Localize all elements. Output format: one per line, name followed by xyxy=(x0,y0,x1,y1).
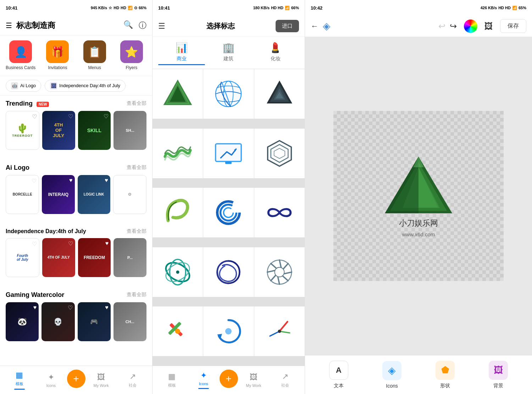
heart-gamer2[interactable]: ♡ xyxy=(68,304,73,311)
info-icon[interactable]: ⓘ xyxy=(139,20,146,31)
heart-gamer3[interactable]: ♥ xyxy=(105,304,109,311)
p2-tab-cosmetics[interactable]: 💄 化妆 xyxy=(252,37,299,69)
search-icon[interactable]: 🔍 xyxy=(123,20,133,31)
p3-redo-icon[interactable]: ↪ xyxy=(450,21,457,31)
tool-text[interactable]: A 文本 xyxy=(312,361,365,389)
logo-arrow-screen xyxy=(212,137,244,169)
time-2: 10:41 xyxy=(158,5,170,11)
category-label-business: Business Cards xyxy=(6,65,35,71)
tool-background[interactable]: 🖼 背景 xyxy=(472,361,525,389)
card-gamer1[interactable]: ♥ 🐼 xyxy=(6,302,39,341)
p2-import-button[interactable]: 进口 xyxy=(276,20,299,32)
p1-add-button[interactable]: + xyxy=(67,370,85,388)
p1-tab-icons[interactable]: ✦ Icons xyxy=(35,373,67,388)
logo-cell-6[interactable] xyxy=(254,129,305,178)
p1-tab-mywork[interactable]: 🖼 My Work xyxy=(85,373,117,388)
menu-icon[interactable]: ☰ xyxy=(6,21,12,30)
social-tab-icon: ↗ xyxy=(129,372,136,381)
card-4th-july[interactable]: ♡ 4THOFJULY xyxy=(42,111,75,150)
logo-cell-14[interactable] xyxy=(203,306,254,356)
svg-line-40 xyxy=(270,331,279,336)
logo-cell-15[interactable] xyxy=(254,306,305,356)
card-borcelle[interactable]: ♡ BORCELLE xyxy=(6,175,39,214)
logo-tools-orange xyxy=(162,315,194,347)
heart-4th-red[interactable]: ♡ xyxy=(68,240,73,247)
p2-icons-label: Icons xyxy=(199,382,208,386)
p2-add-button[interactable]: + xyxy=(220,370,238,388)
logo-cell-8[interactable] xyxy=(203,188,254,237)
card-partial1[interactable]: SH... xyxy=(113,111,146,150)
status-icons-3: 426 KB/s HD HD 📶 65% xyxy=(481,6,526,10)
logo-cell-7[interactable] xyxy=(153,188,203,237)
p2-tab-mywork[interactable]: 🖼 My Work xyxy=(238,373,270,388)
card-4th-red[interactable]: ♡ 4TH OF JULY xyxy=(42,238,75,277)
category-invitations[interactable]: 🎁 Invitations xyxy=(43,40,72,71)
card-treeroot[interactable]: ♡ 🌵 TREEROOT xyxy=(6,111,39,150)
logo-hexagon xyxy=(264,137,295,169)
card-gamer2[interactable]: ♡ 💀 xyxy=(41,302,74,341)
p3-color-wheel[interactable] xyxy=(464,19,477,33)
tag-independence[interactable]: 🎆 Independence Day:4th of July xyxy=(45,80,126,92)
p2-tab-architecture[interactable]: 🏢 建筑 xyxy=(205,37,252,69)
p3-layers-icon[interactable]: ◈ xyxy=(323,20,331,32)
heart-skill[interactable]: ♡ xyxy=(104,113,109,120)
category-icon-flyers: ⭐ xyxy=(120,40,143,63)
category-menus[interactable]: 📋 Menus xyxy=(80,40,110,71)
heart-freedom[interactable]: ♥ xyxy=(105,240,109,247)
heart-4th-july[interactable]: ♡ xyxy=(68,113,73,120)
independence-view-all[interactable]: 查看全部 xyxy=(127,228,146,235)
card-fourth[interactable]: ♡ Fourthof July xyxy=(6,238,39,277)
logo-cell-9[interactable] xyxy=(254,188,305,237)
heart-logic-link[interactable]: ♥ xyxy=(105,177,108,184)
card-interaiq[interactable]: ♥ INTERAIQ xyxy=(42,175,74,214)
logo-cell-13[interactable] xyxy=(153,306,203,356)
logo-cell-5[interactable] xyxy=(203,129,254,178)
ai-view-all[interactable]: 查看全部 xyxy=(127,164,146,171)
p3-canvas-area[interactable]: 小刀娱乐网 www.x6d.com xyxy=(305,37,532,355)
logo-cell-11[interactable] xyxy=(203,247,254,297)
heart-interaiq[interactable]: ♥ xyxy=(69,177,73,184)
heart-borcelle[interactable]: ♡ xyxy=(32,178,37,184)
logo-cell-3[interactable] xyxy=(254,69,305,119)
p2-tab-icons[interactable]: ✦ Icons xyxy=(188,371,219,389)
card-skill[interactable]: ♡ SKILL xyxy=(78,111,111,150)
p2-tab-templates[interactable]: ▦ 模板 xyxy=(156,372,188,388)
logo-cell-12[interactable] xyxy=(254,247,305,297)
svg-point-42 xyxy=(278,330,281,333)
p2-tab-social[interactable]: ↗ 社会 xyxy=(270,372,301,388)
p3-undo-icon[interactable]: ↩ xyxy=(438,21,445,31)
p1-tab-templates[interactable]: ▦ 模板 xyxy=(4,371,35,390)
p1-tab-social[interactable]: ↗ 社会 xyxy=(117,372,149,388)
heart-fourth[interactable]: ♡ xyxy=(32,241,37,247)
mywork-tab-icon: 🖼 xyxy=(97,373,105,382)
icons-tab-icon: ✦ xyxy=(48,373,54,382)
p2-menu-icon[interactable]: ☰ xyxy=(158,22,165,31)
card-gamer3[interactable]: ♥ 🎮 xyxy=(78,302,111,341)
logo-cell-2[interactable] xyxy=(203,69,254,119)
p3-back-button[interactable]: ← xyxy=(311,22,318,31)
p2-mywork-icon: 🖼 xyxy=(250,373,257,382)
p3-share-icon[interactable]: 🖼 xyxy=(484,21,493,31)
card-circle[interactable]: ⊙ xyxy=(113,175,146,214)
gaming-view-all[interactable]: 查看全部 xyxy=(127,292,146,298)
section-independence-header: Independence Day:4th of July 查看全部 xyxy=(6,228,146,235)
category-flyers[interactable]: ⭐ Flyers xyxy=(117,40,146,71)
category-business-cards[interactable]: 👤 Business Cards xyxy=(6,40,35,71)
card-logic-link[interactable]: ♥ LOGIC LINK xyxy=(78,175,110,214)
logo-cell-4[interactable] xyxy=(153,129,203,178)
tool-icons[interactable]: ◈ Icons xyxy=(365,361,419,389)
card-freedom[interactable]: ♥ FREEDOM xyxy=(78,238,111,277)
trending-view-all[interactable]: 查看全部 xyxy=(127,100,146,107)
heart-treeroot[interactable]: ♡ xyxy=(32,113,37,120)
logo-cell-10[interactable] xyxy=(153,247,203,297)
p2-tab-business[interactable]: 📊 商业 xyxy=(158,37,205,69)
p3-save-button[interactable]: 保存 xyxy=(500,19,526,33)
logo-cell-1[interactable] xyxy=(153,69,203,119)
tag-ai-logo[interactable]: 🤖 Ai Logo xyxy=(6,80,41,92)
card-partial3[interactable]: CH... xyxy=(113,302,146,341)
tool-shapes[interactable]: ⬟ 形状 xyxy=(419,361,472,389)
heart-gamer1[interactable]: ♥ xyxy=(33,304,37,311)
card-partial3-inner: CH... xyxy=(113,302,146,341)
card-partial2[interactable]: P... xyxy=(113,238,146,277)
svg-marker-46 xyxy=(385,157,419,213)
